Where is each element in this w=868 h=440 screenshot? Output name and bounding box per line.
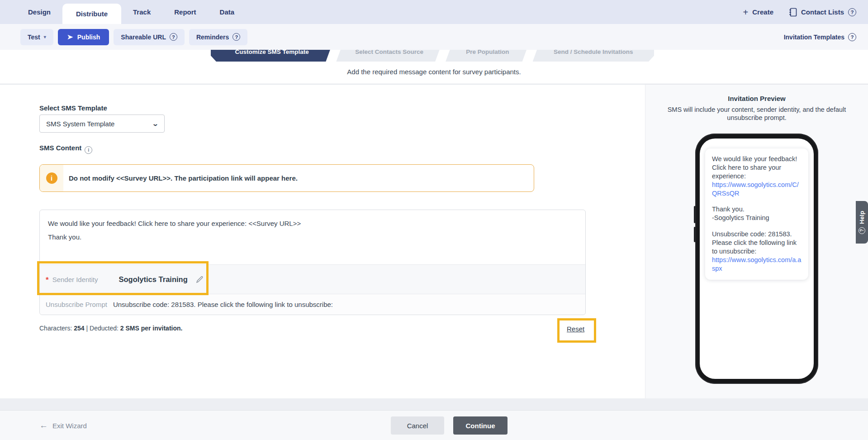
- reminders-label: Reminders: [196, 33, 229, 41]
- survey-nav-tabs: Design Distribute Track Report Data: [0, 0, 246, 24]
- send-icon: [67, 34, 74, 40]
- invitation-templates-link[interactable]: Invitation Templates ?: [784, 33, 856, 41]
- test-label: Test: [28, 33, 40, 41]
- nav-tab-distribute[interactable]: Distribute: [62, 4, 121, 24]
- step-customize-sms-template[interactable]: Customize SMS Template: [211, 50, 333, 62]
- contact-lists-label: Contact Lists: [801, 8, 844, 16]
- sender-identity-row: * Sender Identity Sogolytics Training: [40, 264, 585, 294]
- help-question-icon: ?: [859, 227, 865, 234]
- nav-tab-design[interactable]: Design: [16, 0, 62, 24]
- plus-icon: +: [743, 8, 749, 17]
- phone-mockup: We would like your feedback! Click here …: [695, 134, 818, 384]
- sms-template-select[interactable]: SMS System Template ⌄: [39, 115, 165, 133]
- unsubscribe-prompt-row: Unsubscribe Prompt Unsubscribe code: 281…: [40, 294, 585, 315]
- shareable-url-label: Shareable URL: [121, 33, 166, 41]
- edit-pencil-icon[interactable]: [196, 276, 204, 283]
- publish-button[interactable]: Publish: [58, 29, 109, 45]
- contact-lists-button[interactable]: Contact Lists ?: [789, 8, 856, 17]
- continue-button[interactable]: Continue: [453, 416, 508, 435]
- character-count-value: 254: [74, 325, 84, 332]
- nav-tab-report[interactable]: Report: [162, 0, 208, 24]
- shareable-url-button[interactable]: Shareable URL ?: [114, 29, 185, 45]
- invitation-preview-pane: Invitation Preview SMS will include your…: [645, 85, 868, 398]
- info-icon[interactable]: i: [85, 146, 92, 154]
- test-dropdown-button[interactable]: Test ▾: [20, 29, 53, 45]
- sms-preview-message: We would like your feedback! Click here …: [705, 148, 808, 280]
- help-label: Help: [859, 210, 865, 224]
- unsubscribe-prompt-value: Unsubscribe code: 281583. Please click t…: [113, 301, 333, 308]
- chevron-down-icon: ⌄: [152, 120, 159, 127]
- shareable-url-help-icon[interactable]: ?: [170, 33, 177, 41]
- cancel-button[interactable]: Cancel: [391, 416, 444, 435]
- message-line-1: We would like your feedback! Click here …: [48, 220, 577, 227]
- back-arrow-icon: ←: [39, 421, 48, 430]
- wizard-header-band: Customize SMS Template Select Contacts S…: [0, 50, 868, 84]
- warning-icon-zone: i: [40, 165, 63, 191]
- sms-preview-line-1: We would like your feedback! Click here …: [712, 155, 802, 181]
- create-label: Create: [752, 8, 773, 16]
- exit-wizard-button[interactable]: ← Exit Wizard: [39, 411, 87, 440]
- step-select-contacts-source[interactable]: Select Contacts Source: [336, 50, 442, 62]
- sms-content-editor: We would like your feedback! Click here …: [39, 210, 586, 315]
- warning-text: Do not modify <<Survey URL>>. The partic…: [63, 165, 298, 191]
- exit-wizard-label: Exit Wizard: [52, 422, 87, 430]
- reminders-button[interactable]: Reminders ?: [189, 29, 247, 45]
- sender-identity-value: Sogolytics Training: [119, 275, 188, 284]
- nav-right-actions: + Create Contact Lists ?: [743, 0, 856, 24]
- phone-volume-button: [694, 227, 696, 242]
- sms-template-selected-value: SMS System Template: [46, 120, 114, 128]
- unsubscribe-link[interactable]: https://www.sogolytics.com/a.aspx: [712, 256, 802, 273]
- preview-title: Invitation Preview: [645, 95, 868, 102]
- chevron-down-icon: ▾: [44, 34, 46, 39]
- distribute-toolbar: Test ▾ Publish Shareable URL ? Reminders…: [0, 24, 868, 50]
- wizard-footer: ← Exit Wizard Cancel Continue: [0, 410, 868, 440]
- message-line-2: Thank you.: [48, 233, 577, 241]
- sms-preview-line-4: Unsubscribe code: 281583. Please click t…: [712, 230, 802, 256]
- sms-message-textarea[interactable]: We would like your feedback! Click here …: [40, 210, 585, 264]
- contact-book-icon: [789, 8, 797, 17]
- sms-template-form: Select SMS Template SMS System Template …: [0, 85, 645, 398]
- preview-description: SMS will include your content, sender id…: [667, 105, 846, 122]
- required-asterisk-icon: *: [46, 276, 49, 285]
- wizard-steps: Customize SMS Template Select Contacts S…: [211, 50, 654, 62]
- sms-preview-line-2: Thank you.: [712, 205, 802, 214]
- phone-volume-button: [694, 206, 696, 223]
- sms-content-label: SMS Contenti: [39, 144, 92, 154]
- step-send-schedule-invitations[interactable]: Send / Schedule Invitations: [533, 50, 654, 62]
- reset-link[interactable]: Reset: [567, 325, 584, 333]
- survey-link[interactable]: https://www.sogolytics.com/C/QRSsQR: [712, 181, 802, 198]
- phone-screen: We would like your feedback! Click here …: [700, 139, 814, 379]
- step-pre-population[interactable]: Pre Population: [446, 50, 529, 62]
- unsubscribe-prompt-label: Unsubscribe Prompt: [46, 301, 107, 308]
- invitation-templates-label: Invitation Templates: [784, 33, 844, 41]
- sender-identity-label: Sender Identity: [52, 276, 98, 283]
- invitation-templates-help-icon[interactable]: ?: [848, 33, 856, 41]
- publish-label: Publish: [77, 33, 100, 41]
- sms-preview-line-3: -Sogolytics Training: [712, 214, 802, 222]
- help-tab[interactable]: ? Help: [856, 201, 868, 244]
- character-count-line: Characters: 254 | Deducted: 2 SMS per in…: [39, 325, 182, 332]
- survey-url-warning: i Do not modify <<Survey URL>>. The part…: [39, 164, 534, 192]
- step-subtitle: Add the required message content for sur…: [0, 68, 868, 76]
- warning-info-icon: i: [46, 172, 57, 184]
- main-area: Select SMS Template SMS System Template …: [0, 85, 868, 398]
- contact-lists-help-icon[interactable]: ?: [848, 8, 856, 16]
- create-button[interactable]: + Create: [743, 8, 773, 17]
- footer-actions: Cancel Continue: [391, 416, 508, 435]
- nav-tab-data[interactable]: Data: [208, 0, 247, 24]
- top-nav: Design Distribute Track Report Data + Cr…: [0, 0, 868, 24]
- deducted-value: 2 SMS per invitation.: [120, 325, 183, 332]
- nav-tab-track[interactable]: Track: [121, 0, 162, 24]
- select-sms-template-label: Select SMS Template: [39, 104, 107, 112]
- reminders-help-icon[interactable]: ?: [232, 33, 240, 41]
